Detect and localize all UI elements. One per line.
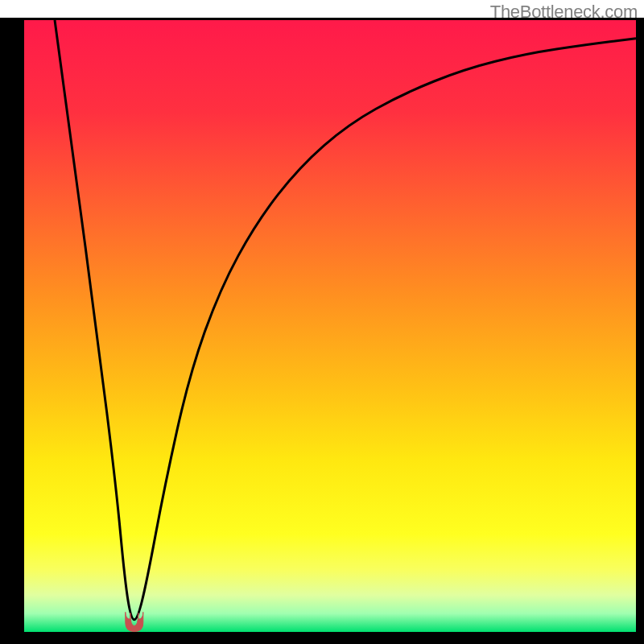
chart-container: TheBottleneck.com [0,0,644,644]
plot-background [24,20,636,632]
watermark-text: TheBottleneck.com [490,2,638,23]
chart-svg [0,0,644,644]
